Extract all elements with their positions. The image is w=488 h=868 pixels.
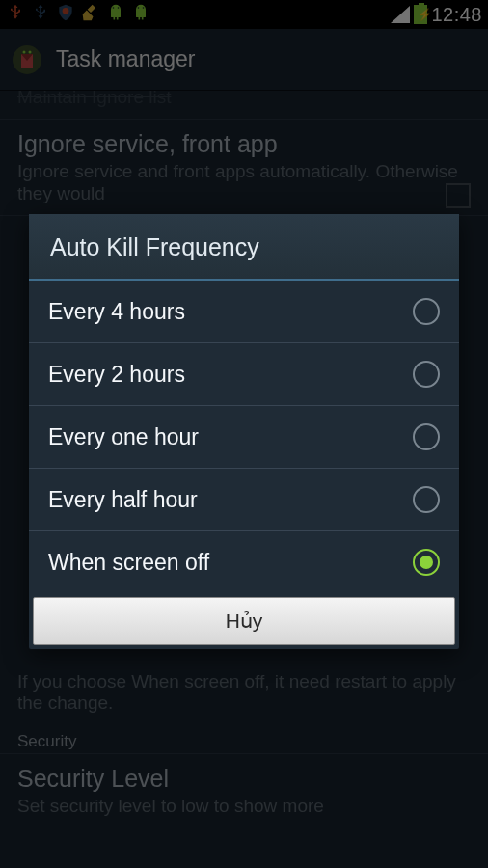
radio-icon [413, 298, 440, 325]
radio-icon [413, 549, 440, 576]
radio-icon [413, 486, 440, 513]
cancel-button[interactable]: Hủy [33, 597, 455, 645]
dialog-option[interactable]: Every one hour [29, 406, 459, 469]
radio-icon [413, 361, 440, 388]
option-label: Every one hour [48, 424, 199, 450]
dialog-option[interactable]: When screen off [29, 531, 459, 593]
radio-icon [413, 423, 440, 450]
dialog-option[interactable]: Every 4 hours [29, 281, 459, 343]
auto-kill-frequency-dialog: Auto Kill Frequency Every 4 hoursEvery 2… [29, 214, 459, 649]
dialog-option[interactable]: Every half hour [29, 469, 459, 531]
option-label: Every half hour [48, 487, 198, 513]
option-label: Every 4 hours [48, 299, 185, 325]
dialog-option[interactable]: Every 2 hours [29, 343, 459, 406]
dialog-title: Auto Kill Frequency [29, 214, 459, 281]
option-label: When screen off [48, 550, 209, 576]
option-label: Every 2 hours [48, 362, 185, 388]
